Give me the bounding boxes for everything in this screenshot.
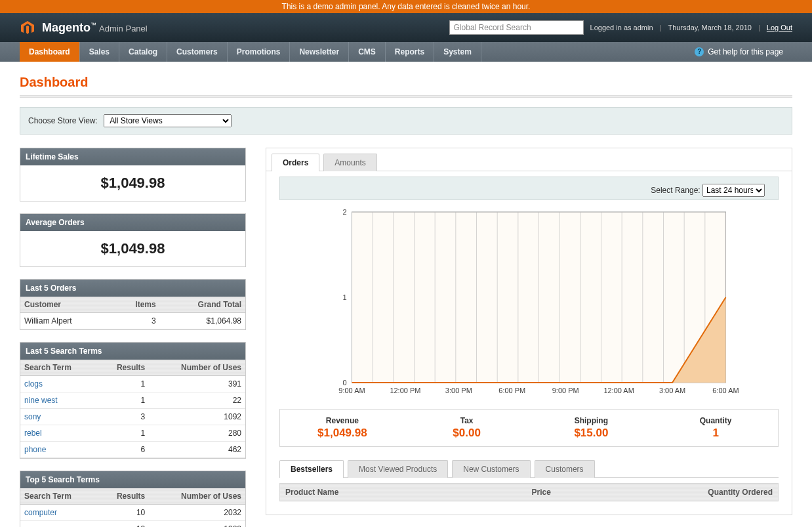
table-row[interactable]: camera131322 — [20, 521, 245, 528]
cell-items: 3 — [113, 313, 160, 329]
cell-term: computer — [20, 505, 98, 521]
nav-system[interactable]: System — [434, 42, 481, 62]
average-orders-value: $1,049.98 — [101, 240, 165, 257]
table-row[interactable]: clogs1391 — [20, 376, 245, 392]
cell-term: rebel — [20, 425, 98, 442]
nav-customers[interactable]: Customers — [167, 42, 228, 62]
tab-orders[interactable]: Orders — [272, 154, 319, 171]
range-select[interactable]: Last 24 hours — [702, 184, 765, 197]
search-term-link[interactable]: computer — [24, 508, 57, 517]
search-term-link[interactable]: camera — [24, 524, 51, 527]
col-grand-total: Grand Total — [160, 297, 245, 313]
header-date: Thursday, March 18, 2010 — [668, 24, 752, 32]
cell-uses: 22 — [149, 392, 245, 409]
store-view-select[interactable]: All Store Views — [104, 114, 232, 127]
widget-last-search: Last 5 Search Terms Search Term Results … — [20, 342, 246, 459]
cell-results: 3 — [98, 409, 149, 425]
search-term-link[interactable]: nine west — [24, 396, 58, 405]
total-cell: Quantity1 — [653, 410, 778, 446]
table-row[interactable]: rebel1280 — [20, 425, 245, 442]
tab-amounts[interactable]: Amounts — [323, 154, 376, 171]
store-switcher-label: Choose Store View: — [28, 116, 98, 125]
nav-help-label: Get help for this page — [708, 47, 783, 56]
table-row[interactable]: nine west122 — [20, 392, 245, 409]
main-nav: Dashboard Sales Catalog Customers Promot… — [0, 42, 812, 62]
last-search-table: Search Term Results Number of Uses clogs… — [20, 360, 245, 458]
range-label: Select Range: — [651, 186, 700, 195]
svg-text:6:00 AM: 6:00 AM — [712, 387, 739, 394]
total-label: Quantity — [657, 416, 774, 425]
svg-text:0: 0 — [342, 379, 346, 387]
col-qty-ordered: Quantity Ordered — [556, 484, 778, 501]
cell-results: 1 — [98, 425, 149, 442]
col-uses: Number of Uses — [149, 360, 245, 376]
search-term-link[interactable]: rebel — [24, 429, 42, 438]
total-value: 1 — [657, 427, 774, 440]
cell-results: 10 — [98, 505, 149, 521]
total-cell: Shipping$15.00 — [529, 410, 654, 446]
col-uses: Number of Uses — [149, 488, 245, 505]
search-term-link[interactable]: clogs — [24, 379, 43, 389]
search-term-link[interactable]: phone — [24, 445, 46, 454]
total-value: $0.00 — [409, 427, 525, 440]
total-cell: Revenue$1,049.98 — [280, 410, 405, 446]
table-row[interactable]: phone6462 — [20, 442, 245, 458]
subtab-new-customers[interactable]: New Customers — [452, 460, 530, 478]
cell-customer: William Alpert — [20, 313, 113, 329]
table-row[interactable]: William Alpert3$1,064.98 — [20, 313, 245, 329]
svg-text:2: 2 — [342, 208, 346, 216]
orders-chart: 0129:00 AM12:00 PM3:00 PM6:00 PM9:00 PM1… — [266, 200, 792, 405]
widget-header: Average Orders — [20, 214, 245, 231]
svg-text:9:00 PM: 9:00 PM — [552, 387, 579, 394]
subtab-customers[interactable]: Customers — [535, 460, 595, 478]
header-right: Logged in as admin | Thursday, March 18,… — [449, 20, 792, 35]
separator: | — [660, 24, 662, 32]
cell-uses: 1092 — [149, 409, 245, 425]
col-results: Results — [98, 360, 149, 376]
cell-uses: 1322 — [149, 521, 245, 528]
cell-term: sony — [20, 409, 98, 425]
table-row[interactable]: sony31092 — [20, 409, 245, 425]
range-bar: Select Range: Last 24 hours — [279, 177, 779, 200]
nav-cms[interactable]: CMS — [349, 42, 386, 62]
total-value: $15.00 — [533, 427, 650, 440]
svg-text:3:00 AM: 3:00 AM — [659, 387, 685, 394]
table-row[interactable]: computer102032 — [20, 505, 245, 521]
sub-tabs: Bestsellers Most Viewed Products New Cus… — [266, 456, 792, 478]
total-cell: Tax$0.00 — [405, 410, 529, 446]
cell-uses: 462 — [149, 442, 245, 458]
nav-dashboard[interactable]: Dashboard — [20, 42, 80, 62]
page-title: Dashboard — [20, 75, 792, 90]
nav-reports[interactable]: Reports — [386, 42, 434, 62]
help-icon: ? — [695, 47, 704, 56]
total-label: Shipping — [533, 416, 650, 425]
header: Magento™Admin Panel Logged in as admin |… — [0, 13, 812, 42]
totals-row: Revenue$1,049.98Tax$0.00Shipping$15.00Qu… — [279, 409, 779, 447]
cell-results: 1 — [98, 392, 149, 409]
cell-uses: 280 — [149, 425, 245, 442]
cell-results: 1 — [98, 376, 149, 392]
logout-link[interactable]: Log Out — [767, 24, 792, 32]
subtab-most-viewed[interactable]: Most Viewed Products — [348, 460, 448, 478]
widget-header: Lifetime Sales — [20, 148, 245, 165]
svg-text:9:00 AM: 9:00 AM — [338, 387, 365, 394]
col-customer: Customer — [20, 297, 113, 313]
cell-term: clogs — [20, 376, 98, 392]
nav-newsletter[interactable]: Newsletter — [290, 42, 349, 62]
svg-text:12:00 PM: 12:00 PM — [390, 387, 420, 394]
subtab-bestsellers[interactable]: Bestsellers — [279, 460, 344, 478]
svg-text:1: 1 — [342, 293, 346, 301]
widget-lifetime-sales: Lifetime Sales $1,049.98 — [20, 148, 246, 201]
nav-catalog[interactable]: Catalog — [119, 42, 167, 62]
cell-results: 13 — [98, 521, 149, 528]
nav-help[interactable]: ? Get help for this page — [685, 42, 792, 62]
cell-total: $1,064.98 — [160, 313, 245, 329]
col-search-term: Search Term — [20, 360, 98, 376]
global-search-input[interactable] — [449, 20, 584, 35]
cell-term: camera — [20, 521, 98, 528]
search-term-link[interactable]: sony — [24, 412, 41, 421]
nav-promotions[interactable]: Promotions — [228, 42, 291, 62]
magento-logo-icon — [20, 20, 35, 35]
chart-svg: 0129:00 AM12:00 PM3:00 PM6:00 PM9:00 PM1… — [279, 205, 779, 402]
nav-sales[interactable]: Sales — [80, 42, 119, 62]
